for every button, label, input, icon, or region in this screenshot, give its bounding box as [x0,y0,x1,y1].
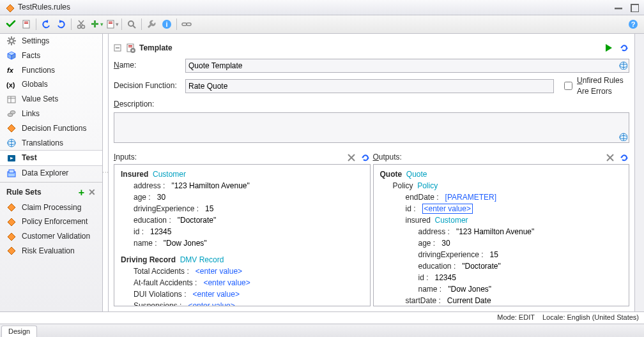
status-locale: Locale: English (United States) [542,313,639,321]
gear-icon [6,36,17,46]
minimize-button[interactable] [613,3,622,12]
diamond-icon [6,202,17,213]
diamond-icon [6,232,17,242]
sidebar-item-label: Decision Functions [22,123,86,134]
vertical-scrollbar[interactable] [634,34,644,311]
collapse-icon[interactable] [114,44,121,52]
window-titlebar: TestRules.rules [0,0,644,15]
outputs-label: Outputs: [373,152,402,163]
delete-ruleset-button[interactable]: ✕ [88,186,96,199]
run-button[interactable] [604,43,614,53]
maximize-button[interactable] [630,3,639,12]
decision-label: Decision Function: [114,80,181,91]
info-button[interactable] [160,17,174,31]
undo-button[interactable] [39,17,53,31]
sidebar-item-decision-functions[interactable]: Decision Functions [0,121,102,136]
template-form: Name: Decision Function: Unfired Rules A… [109,57,634,147]
refresh-outputs-button[interactable] [619,153,629,163]
ruleset-item[interactable]: Customer Validation [0,229,102,244]
ruleset-item[interactable]: Risk Evaluation [0,244,102,258]
globals-icon [6,80,17,90]
ruleset-label: Risk Evaluation [22,246,75,257]
template-header: Template [109,34,634,57]
inputs-label: Inputs: [114,152,137,163]
sidebar-item-label: Functions [22,65,55,76]
outputs-column: Outputs: Quote Quote Policy Policy endDa… [373,152,630,306]
sidebar-item-label: Translations [22,138,63,149]
app-icon [5,3,14,12]
globe-icon [6,138,17,148]
separator [176,19,177,30]
description-textarea[interactable] [114,112,629,143]
test-icon [6,153,17,163]
globe-badge-icon[interactable] [618,61,627,70]
unfired-checkbox-input[interactable] [564,82,572,90]
paste-button[interactable]: ▾ [105,17,119,31]
refresh-inputs-button[interactable] [360,153,371,163]
validate-button[interactable] [4,17,18,31]
ruleset-item[interactable]: Claim Processing [0,200,102,215]
sidebar-item-test[interactable]: Test [0,150,102,166]
sidebar-item-label: Links [22,109,40,119]
separator [71,19,72,30]
sidebar-item-label: Value Sets [22,94,58,105]
refresh-button[interactable] [619,43,629,53]
content-area: Template Name: Decision Function: Unfire… [109,34,634,311]
clear-outputs-button[interactable] [605,153,615,163]
sidebar-item-label: Test [22,153,37,163]
add-ruleset-button[interactable]: + [79,189,84,197]
ruleset-label: Claim Processing [22,202,81,213]
ruleset-label: Policy Enforcement [22,216,88,227]
sidebar-item-label: Facts [22,50,40,61]
name-label: Name: [114,60,181,71]
diamond-icon [6,123,17,133]
diamond-icon [6,217,17,227]
add-button[interactable]: ▾ [89,17,103,31]
data-icon [6,168,17,179]
inputs-column: Inputs: Insured Customer address : "123 … [114,152,371,306]
link-button[interactable] [180,17,194,31]
sidebar-item-globals[interactable]: Globals [0,77,102,92]
separator [36,19,36,30]
sidebar-item-functions[interactable]: Functions [0,63,102,78]
outputs-tree[interactable]: Quote Quote Policy Policy endDate : [PAR… [373,164,630,306]
status-bar: Mode: EDIT Locale: English (United State… [0,311,644,324]
sidebar-item-facts[interactable]: Facts [0,49,102,63]
template-title: Template [139,43,172,54]
left-grip[interactable]: ⋮ [103,34,109,311]
template-icon [125,43,135,53]
sidebar-item-settings[interactable]: Settings [0,34,102,49]
sidebar-item-value-sets[interactable]: Value Sets [0,92,102,107]
decision-input[interactable] [185,79,554,93]
cut-button[interactable] [74,17,88,31]
sidebar-item-data-explorer[interactable]: Data Explorer [0,166,102,181]
unfired-checkbox[interactable]: Unfired Rules Are Errors [562,75,629,97]
ruleset-label: Customer Validation [22,231,90,242]
rule-sets-header: Rule Sets + ✕ [0,184,102,200]
sidebar-item-links[interactable]: Links [0,107,102,121]
diamond-icon [6,246,17,256]
tab-design[interactable]: Design [1,326,37,337]
globe-badge-icon[interactable] [618,132,627,141]
separator [141,19,142,30]
wrench-button[interactable] [144,17,158,31]
link-icon [6,109,17,119]
sidebar-item-label: Settings [22,36,49,47]
redo-button[interactable] [54,17,68,31]
find-button[interactable] [125,17,139,31]
sidebar: Settings Facts Functions Globals Value S… [0,34,103,311]
help-button[interactable] [626,17,640,31]
inputs-tree[interactable]: Insured Customer address : "123 Hamilton… [114,164,371,306]
name-input[interactable] [185,59,629,73]
main-toolbar: ▾ ▾ [0,15,644,34]
sidebar-item-label: Data Explorer [22,168,68,179]
save-button[interactable] [19,17,33,31]
clear-inputs-button[interactable] [346,153,356,163]
status-mode: Mode: EDIT [497,313,535,321]
sidebar-item-translations[interactable]: Translations [0,136,102,151]
description-label: Description: [114,99,181,110]
fx-icon [6,65,17,75]
ruleset-item[interactable]: Policy Enforcement [0,214,102,229]
separator [121,19,122,30]
sidebar-item-label: Globals [22,79,48,90]
